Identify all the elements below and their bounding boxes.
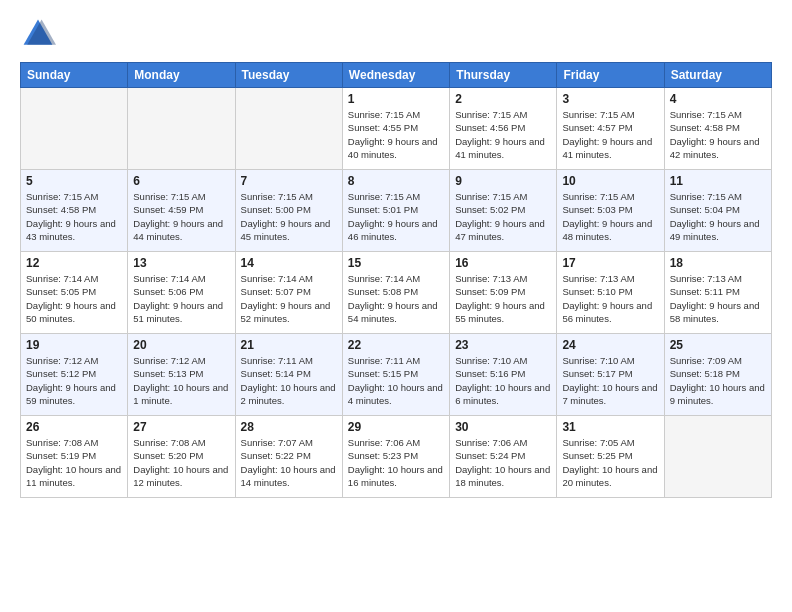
day-number: 9 xyxy=(455,174,551,188)
day-info: Sunrise: 7:12 AM Sunset: 5:12 PM Dayligh… xyxy=(26,354,122,407)
day-number: 30 xyxy=(455,420,551,434)
day-number: 28 xyxy=(241,420,337,434)
calendar-cell: 23Sunrise: 7:10 AM Sunset: 5:16 PM Dayli… xyxy=(450,334,557,416)
day-info: Sunrise: 7:14 AM Sunset: 5:07 PM Dayligh… xyxy=(241,272,337,325)
calendar-cell: 28Sunrise: 7:07 AM Sunset: 5:22 PM Dayli… xyxy=(235,416,342,498)
calendar-cell: 10Sunrise: 7:15 AM Sunset: 5:03 PM Dayli… xyxy=(557,170,664,252)
day-info: Sunrise: 7:15 AM Sunset: 4:58 PM Dayligh… xyxy=(670,108,766,161)
day-number: 6 xyxy=(133,174,229,188)
day-info: Sunrise: 7:12 AM Sunset: 5:13 PM Dayligh… xyxy=(133,354,229,407)
day-info: Sunrise: 7:15 AM Sunset: 5:04 PM Dayligh… xyxy=(670,190,766,243)
weekday-header-saturday: Saturday xyxy=(664,63,771,88)
day-info: Sunrise: 7:09 AM Sunset: 5:18 PM Dayligh… xyxy=(670,354,766,407)
day-info: Sunrise: 7:15 AM Sunset: 5:02 PM Dayligh… xyxy=(455,190,551,243)
day-number: 26 xyxy=(26,420,122,434)
day-info: Sunrise: 7:10 AM Sunset: 5:16 PM Dayligh… xyxy=(455,354,551,407)
calendar-cell: 12Sunrise: 7:14 AM Sunset: 5:05 PM Dayli… xyxy=(21,252,128,334)
day-info: Sunrise: 7:15 AM Sunset: 5:03 PM Dayligh… xyxy=(562,190,658,243)
day-info: Sunrise: 7:07 AM Sunset: 5:22 PM Dayligh… xyxy=(241,436,337,489)
day-info: Sunrise: 7:11 AM Sunset: 5:14 PM Dayligh… xyxy=(241,354,337,407)
day-info: Sunrise: 7:11 AM Sunset: 5:15 PM Dayligh… xyxy=(348,354,444,407)
day-info: Sunrise: 7:15 AM Sunset: 4:58 PM Dayligh… xyxy=(26,190,122,243)
week-row-4: 19Sunrise: 7:12 AM Sunset: 5:12 PM Dayli… xyxy=(21,334,772,416)
day-info: Sunrise: 7:15 AM Sunset: 4:55 PM Dayligh… xyxy=(348,108,444,161)
calendar-cell: 29Sunrise: 7:06 AM Sunset: 5:23 PM Dayli… xyxy=(342,416,449,498)
day-info: Sunrise: 7:06 AM Sunset: 5:23 PM Dayligh… xyxy=(348,436,444,489)
day-number: 18 xyxy=(670,256,766,270)
day-number: 1 xyxy=(348,92,444,106)
day-info: Sunrise: 7:14 AM Sunset: 5:05 PM Dayligh… xyxy=(26,272,122,325)
calendar-cell: 21Sunrise: 7:11 AM Sunset: 5:14 PM Dayli… xyxy=(235,334,342,416)
weekday-header-row: SundayMondayTuesdayWednesdayThursdayFrid… xyxy=(21,63,772,88)
calendar-cell: 24Sunrise: 7:10 AM Sunset: 5:17 PM Dayli… xyxy=(557,334,664,416)
calendar-cell: 15Sunrise: 7:14 AM Sunset: 5:08 PM Dayli… xyxy=(342,252,449,334)
week-row-1: 1Sunrise: 7:15 AM Sunset: 4:55 PM Daylig… xyxy=(21,88,772,170)
day-number: 19 xyxy=(26,338,122,352)
day-info: Sunrise: 7:15 AM Sunset: 4:57 PM Dayligh… xyxy=(562,108,658,161)
calendar-cell xyxy=(235,88,342,170)
day-number: 27 xyxy=(133,420,229,434)
day-number: 11 xyxy=(670,174,766,188)
day-info: Sunrise: 7:15 AM Sunset: 4:56 PM Dayligh… xyxy=(455,108,551,161)
day-number: 10 xyxy=(562,174,658,188)
weekday-header-tuesday: Tuesday xyxy=(235,63,342,88)
day-info: Sunrise: 7:05 AM Sunset: 5:25 PM Dayligh… xyxy=(562,436,658,489)
calendar-cell: 25Sunrise: 7:09 AM Sunset: 5:18 PM Dayli… xyxy=(664,334,771,416)
weekday-header-monday: Monday xyxy=(128,63,235,88)
day-number: 25 xyxy=(670,338,766,352)
day-info: Sunrise: 7:14 AM Sunset: 5:08 PM Dayligh… xyxy=(348,272,444,325)
day-number: 16 xyxy=(455,256,551,270)
day-info: Sunrise: 7:14 AM Sunset: 5:06 PM Dayligh… xyxy=(133,272,229,325)
day-number: 14 xyxy=(241,256,337,270)
day-number: 29 xyxy=(348,420,444,434)
day-number: 12 xyxy=(26,256,122,270)
calendar-cell: 19Sunrise: 7:12 AM Sunset: 5:12 PM Dayli… xyxy=(21,334,128,416)
week-row-3: 12Sunrise: 7:14 AM Sunset: 5:05 PM Dayli… xyxy=(21,252,772,334)
logo xyxy=(20,16,62,52)
calendar-cell: 17Sunrise: 7:13 AM Sunset: 5:10 PM Dayli… xyxy=(557,252,664,334)
day-info: Sunrise: 7:10 AM Sunset: 5:17 PM Dayligh… xyxy=(562,354,658,407)
day-info: Sunrise: 7:13 AM Sunset: 5:11 PM Dayligh… xyxy=(670,272,766,325)
calendar-cell: 2Sunrise: 7:15 AM Sunset: 4:56 PM Daylig… xyxy=(450,88,557,170)
day-info: Sunrise: 7:15 AM Sunset: 5:01 PM Dayligh… xyxy=(348,190,444,243)
day-number: 17 xyxy=(562,256,658,270)
calendar-cell: 27Sunrise: 7:08 AM Sunset: 5:20 PM Dayli… xyxy=(128,416,235,498)
calendar-cell: 3Sunrise: 7:15 AM Sunset: 4:57 PM Daylig… xyxy=(557,88,664,170)
calendar-cell: 18Sunrise: 7:13 AM Sunset: 5:11 PM Dayli… xyxy=(664,252,771,334)
week-row-5: 26Sunrise: 7:08 AM Sunset: 5:19 PM Dayli… xyxy=(21,416,772,498)
day-number: 3 xyxy=(562,92,658,106)
day-number: 22 xyxy=(348,338,444,352)
calendar-table: SundayMondayTuesdayWednesdayThursdayFrid… xyxy=(20,62,772,498)
calendar-cell xyxy=(664,416,771,498)
day-info: Sunrise: 7:15 AM Sunset: 5:00 PM Dayligh… xyxy=(241,190,337,243)
calendar-cell: 11Sunrise: 7:15 AM Sunset: 5:04 PM Dayli… xyxy=(664,170,771,252)
header xyxy=(20,16,772,52)
calendar-cell xyxy=(128,88,235,170)
calendar-cell: 30Sunrise: 7:06 AM Sunset: 5:24 PM Dayli… xyxy=(450,416,557,498)
calendar-cell: 1Sunrise: 7:15 AM Sunset: 4:55 PM Daylig… xyxy=(342,88,449,170)
weekday-header-friday: Friday xyxy=(557,63,664,88)
calendar-cell xyxy=(21,88,128,170)
day-number: 24 xyxy=(562,338,658,352)
calendar-cell: 6Sunrise: 7:15 AM Sunset: 4:59 PM Daylig… xyxy=(128,170,235,252)
calendar-cell: 26Sunrise: 7:08 AM Sunset: 5:19 PM Dayli… xyxy=(21,416,128,498)
day-info: Sunrise: 7:15 AM Sunset: 4:59 PM Dayligh… xyxy=(133,190,229,243)
day-number: 13 xyxy=(133,256,229,270)
calendar-cell: 13Sunrise: 7:14 AM Sunset: 5:06 PM Dayli… xyxy=(128,252,235,334)
weekday-header-wednesday: Wednesday xyxy=(342,63,449,88)
calendar-cell: 16Sunrise: 7:13 AM Sunset: 5:09 PM Dayli… xyxy=(450,252,557,334)
day-info: Sunrise: 7:08 AM Sunset: 5:19 PM Dayligh… xyxy=(26,436,122,489)
day-number: 31 xyxy=(562,420,658,434)
day-number: 4 xyxy=(670,92,766,106)
day-number: 20 xyxy=(133,338,229,352)
day-number: 2 xyxy=(455,92,551,106)
calendar-cell: 14Sunrise: 7:14 AM Sunset: 5:07 PM Dayli… xyxy=(235,252,342,334)
week-row-2: 5Sunrise: 7:15 AM Sunset: 4:58 PM Daylig… xyxy=(21,170,772,252)
weekday-header-sunday: Sunday xyxy=(21,63,128,88)
calendar-cell: 31Sunrise: 7:05 AM Sunset: 5:25 PM Dayli… xyxy=(557,416,664,498)
day-number: 8 xyxy=(348,174,444,188)
calendar-cell: 9Sunrise: 7:15 AM Sunset: 5:02 PM Daylig… xyxy=(450,170,557,252)
calendar-cell: 5Sunrise: 7:15 AM Sunset: 4:58 PM Daylig… xyxy=(21,170,128,252)
day-number: 7 xyxy=(241,174,337,188)
calendar-cell: 7Sunrise: 7:15 AM Sunset: 5:00 PM Daylig… xyxy=(235,170,342,252)
